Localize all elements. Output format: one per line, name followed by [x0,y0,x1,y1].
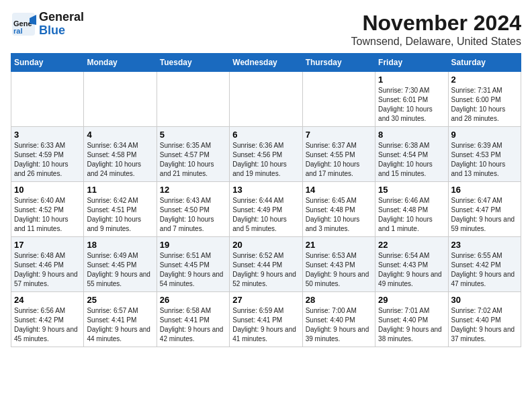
day-number: 20 [232,240,299,250]
calendar-cell: 25Sunrise: 6:57 AM Sunset: 4:41 PM Dayli… [84,292,157,347]
logo-icon: Gene ral [11,11,36,37]
day-number: 12 [160,185,226,195]
day-number: 26 [160,295,226,305]
weekday-header-monday: Monday [84,54,157,72]
calendar-cell: 18Sunrise: 6:49 AM Sunset: 4:45 PM Dayli… [84,237,157,292]
page-subtitle: Townsend, Delaware, United States [351,36,521,48]
day-number: 2 [451,75,518,85]
day-number: 3 [14,130,81,140]
day-number: 1 [378,75,445,85]
day-number: 7 [306,130,372,140]
day-info: Sunrise: 6:52 AM Sunset: 4:44 PM Dayligh… [232,251,299,289]
calendar-cell: 9Sunrise: 6:39 AM Sunset: 4:53 PM Daylig… [448,127,521,182]
day-info: Sunrise: 6:34 AM Sunset: 4:58 PM Dayligh… [87,141,153,179]
weekday-header-saturday: Saturday [448,54,521,72]
week-row-2: 3Sunrise: 6:33 AM Sunset: 4:59 PM Daylig… [11,127,521,182]
calendar-cell [230,72,302,127]
calendar-cell: 3Sunrise: 6:33 AM Sunset: 4:59 PM Daylig… [11,127,84,182]
day-number: 21 [306,240,372,250]
calendar-cell: 12Sunrise: 6:43 AM Sunset: 4:50 PM Dayli… [157,182,229,237]
calendar-cell: 28Sunrise: 7:00 AM Sunset: 4:40 PM Dayli… [302,292,375,347]
calendar-cell: 29Sunrise: 7:01 AM Sunset: 4:40 PM Dayli… [375,292,448,347]
day-number: 11 [87,185,153,195]
calendar-cell: 14Sunrise: 6:45 AM Sunset: 4:48 PM Dayli… [302,182,375,237]
calendar-cell: 10Sunrise: 6:40 AM Sunset: 4:52 PM Dayli… [11,182,84,237]
day-info: Sunrise: 6:40 AM Sunset: 4:52 PM Dayligh… [14,196,81,234]
calendar-cell: 11Sunrise: 6:42 AM Sunset: 4:51 PM Dayli… [84,182,157,237]
calendar-cell: 21Sunrise: 6:53 AM Sunset: 4:43 PM Dayli… [302,237,375,292]
calendar-cell: 24Sunrise: 6:56 AM Sunset: 4:42 PM Dayli… [11,292,84,347]
calendar-cell: 5Sunrise: 6:35 AM Sunset: 4:57 PM Daylig… [157,127,229,182]
day-info: Sunrise: 6:39 AM Sunset: 4:53 PM Dayligh… [451,141,518,179]
day-number: 10 [14,185,81,195]
day-info: Sunrise: 6:42 AM Sunset: 4:51 PM Dayligh… [87,196,153,234]
day-number: 29 [378,295,445,305]
calendar-cell [302,72,375,127]
logo-line2: Blue [39,24,84,38]
day-number: 28 [306,295,372,305]
calendar-cell: 15Sunrise: 6:46 AM Sunset: 4:48 PM Dayli… [375,182,448,237]
logo: Gene ral General Blue [11,11,84,38]
day-info: Sunrise: 6:45 AM Sunset: 4:48 PM Dayligh… [306,196,372,234]
day-info: Sunrise: 7:00 AM Sunset: 4:40 PM Dayligh… [306,306,372,344]
day-info: Sunrise: 6:33 AM Sunset: 4:59 PM Dayligh… [14,141,81,179]
day-info: Sunrise: 6:48 AM Sunset: 4:46 PM Dayligh… [14,251,81,289]
week-row-3: 10Sunrise: 6:40 AM Sunset: 4:52 PM Dayli… [11,182,521,237]
calendar-cell: 30Sunrise: 7:02 AM Sunset: 4:40 PM Dayli… [448,292,521,347]
weekday-header-friday: Friday [375,54,448,72]
calendar-cell [11,72,84,127]
day-info: Sunrise: 6:53 AM Sunset: 4:43 PM Dayligh… [306,251,372,289]
day-number: 27 [232,295,299,305]
day-info: Sunrise: 6:55 AM Sunset: 4:42 PM Dayligh… [451,251,518,289]
calendar-cell: 7Sunrise: 6:37 AM Sunset: 4:55 PM Daylig… [302,127,375,182]
day-number: 18 [87,240,153,250]
day-info: Sunrise: 6:47 AM Sunset: 4:47 PM Dayligh… [451,196,518,234]
day-info: Sunrise: 6:51 AM Sunset: 4:45 PM Dayligh… [160,251,226,289]
calendar-cell: 19Sunrise: 6:51 AM Sunset: 4:45 PM Dayli… [157,237,229,292]
calendar-cell: 6Sunrise: 6:36 AM Sunset: 4:56 PM Daylig… [230,127,302,182]
day-info: Sunrise: 7:31 AM Sunset: 6:00 PM Dayligh… [451,86,518,124]
day-info: Sunrise: 7:30 AM Sunset: 6:01 PM Dayligh… [378,86,445,124]
day-number: 16 [451,185,518,195]
calendar-cell: 27Sunrise: 6:59 AM Sunset: 4:41 PM Dayli… [230,292,302,347]
day-number: 4 [87,130,153,140]
calendar-cell: 13Sunrise: 6:44 AM Sunset: 4:49 PM Dayli… [230,182,302,237]
day-info: Sunrise: 6:59 AM Sunset: 4:41 PM Dayligh… [232,306,299,344]
calendar-cell: 16Sunrise: 6:47 AM Sunset: 4:47 PM Dayli… [448,182,521,237]
day-number: 25 [87,295,153,305]
day-number: 8 [378,130,445,140]
weekday-header-thursday: Thursday [302,54,375,72]
day-info: Sunrise: 6:54 AM Sunset: 4:43 PM Dayligh… [378,251,445,289]
calendar-cell: 20Sunrise: 6:52 AM Sunset: 4:44 PM Dayli… [230,237,302,292]
day-number: 24 [14,295,81,305]
calendar-cell: 2Sunrise: 7:31 AM Sunset: 6:00 PM Daylig… [448,72,521,127]
day-info: Sunrise: 6:58 AM Sunset: 4:41 PM Dayligh… [160,306,226,344]
day-info: Sunrise: 6:36 AM Sunset: 4:56 PM Dayligh… [232,141,299,179]
day-info: Sunrise: 6:49 AM Sunset: 4:45 PM Dayligh… [87,251,153,289]
day-info: Sunrise: 6:56 AM Sunset: 4:42 PM Dayligh… [14,306,81,344]
weekday-header-row: SundayMondayTuesdayWednesdayThursdayFrid… [11,54,521,72]
svg-text:ral: ral [13,27,22,35]
day-number: 6 [232,130,299,140]
day-number: 22 [378,240,445,250]
calendar-cell: 22Sunrise: 6:54 AM Sunset: 4:43 PM Dayli… [375,237,448,292]
calendar-cell: 26Sunrise: 6:58 AM Sunset: 4:41 PM Dayli… [157,292,229,347]
day-info: Sunrise: 6:44 AM Sunset: 4:49 PM Dayligh… [232,196,299,234]
day-number: 15 [378,185,445,195]
calendar-cell [157,72,229,127]
weekday-header-tuesday: Tuesday [157,54,229,72]
calendar-cell: 17Sunrise: 6:48 AM Sunset: 4:46 PM Dayli… [11,237,84,292]
day-number: 17 [14,240,81,250]
day-info: Sunrise: 6:35 AM Sunset: 4:57 PM Dayligh… [160,141,226,179]
week-row-1: 1Sunrise: 7:30 AM Sunset: 6:01 PM Daylig… [11,72,521,127]
page-header: Gene ral General Blue November 2024 Town… [11,11,521,48]
logo-line1: General [39,11,84,24]
weekday-header-sunday: Sunday [11,54,84,72]
page-title: November 2024 [351,11,521,36]
day-info: Sunrise: 6:38 AM Sunset: 4:54 PM Dayligh… [378,141,445,179]
day-number: 14 [306,185,372,195]
calendar-cell: 8Sunrise: 6:38 AM Sunset: 4:54 PM Daylig… [375,127,448,182]
day-number: 19 [160,240,226,250]
title-section: November 2024 Townsend, Delaware, United… [351,11,521,48]
day-info: Sunrise: 7:02 AM Sunset: 4:40 PM Dayligh… [451,306,518,344]
